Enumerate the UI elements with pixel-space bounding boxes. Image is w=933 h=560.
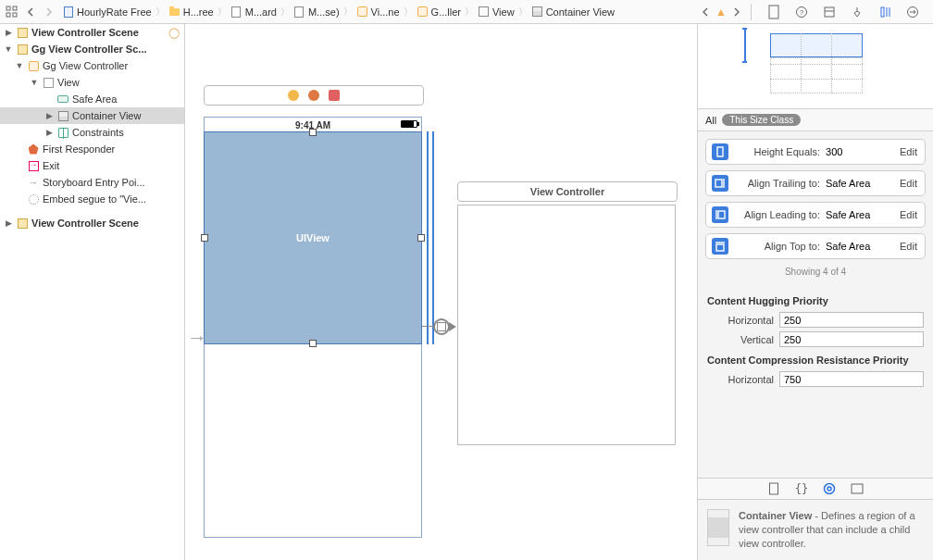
scene-row[interactable]: ▼ Gg View Controller Sc... [0, 41, 184, 57]
crumb-label: M...se) [308, 6, 340, 18]
scene-row[interactable]: ▶ View Controller Scene [0, 215, 184, 231]
inspector-tabs: ? [757, 3, 929, 21]
scene-icon [18, 28, 28, 38]
guide-leading [432, 131, 434, 344]
edit-button[interactable]: Edit [898, 241, 919, 252]
container-view[interactable]: UIView [205, 132, 421, 343]
svg-rect-14 [715, 180, 722, 187]
edit-button[interactable]: Edit [898, 146, 919, 157]
media-library-icon[interactable] [850, 481, 865, 496]
object-library-icon[interactable] [822, 481, 837, 496]
crumb-container[interactable]: Container View [529, 6, 617, 18]
breadcrumb-bar: HourlyRate Free 〉 H...ree 〉 M...ard 〉 M.… [0, 0, 933, 24]
identity-inspector-icon[interactable] [820, 3, 839, 21]
svg-rect-7 [825, 7, 834, 17]
embed-row[interactable]: Embed segue to "Vie... [0, 191, 184, 207]
compression-header: Content Compression Resistance Priority [698, 349, 933, 369]
constraint-label: Align Trailing to: [734, 178, 820, 189]
row-label: Safe Area [72, 93, 117, 105]
disclosure-triangle-icon[interactable]: ▶ [44, 111, 54, 120]
responder-row[interactable]: First Responder [0, 141, 184, 157]
crumb-scene[interactable]: Vi...ne [354, 6, 403, 18]
crumb-project[interactable]: HourlyRate Free [59, 6, 155, 18]
view-row[interactable]: ▼ View [0, 74, 184, 91]
file-inspector-icon[interactable] [765, 3, 783, 21]
tab-all[interactable]: All [705, 115, 716, 126]
safearea-icon [57, 95, 68, 103]
child-vc-frame[interactable]: View Controller [457, 205, 676, 445]
nav-fwd-icon[interactable] [41, 4, 57, 20]
row-label: Exit [43, 160, 59, 171]
container-icon [532, 6, 542, 17]
disclosure-triangle-icon[interactable]: ▶ [4, 218, 13, 228]
svg-rect-19 [716, 244, 724, 251]
size-inspector-icon[interactable] [876, 3, 894, 21]
disclosure-triangle-icon[interactable]: ▶ [44, 128, 54, 137]
responder-icon [29, 144, 39, 155]
comp-h-input[interactable] [779, 371, 924, 387]
nav-back-icon[interactable] [22, 4, 39, 20]
container-icon [58, 111, 68, 121]
disclosure-triangle-icon[interactable]: ▼ [30, 78, 39, 87]
disclosure-triangle-icon[interactable]: ▶ [4, 28, 13, 37]
battery-icon [401, 120, 417, 128]
related-items-icon[interactable] [4, 4, 20, 20]
disclosure-triangle-icon[interactable]: ▼ [4, 44, 13, 54]
safearea-row[interactable]: Safe Area [0, 91, 184, 107]
crumb-label: Container View [546, 6, 615, 18]
code-snippet-icon[interactable]: {} [794, 481, 809, 496]
help-inspector-icon[interactable]: ? [792, 3, 811, 21]
warning-icon[interactable]: ▲ [715, 6, 727, 19]
constraint-leading[interactable]: Align Leading to: Safe Area Edit [705, 202, 926, 228]
hug-v-input[interactable] [779, 331, 924, 347]
autoresize-preview[interactable] [698, 24, 933, 109]
row-label: Embed segue to "Vie... [43, 193, 146, 205]
crumb-folder[interactable]: H...ree [166, 6, 217, 18]
svg-rect-13 [717, 147, 723, 156]
exit-row[interactable]: Exit [0, 157, 184, 174]
constraint-label: Align Top to: [734, 241, 820, 252]
svg-rect-4 [769, 6, 778, 19]
edit-button[interactable]: Edit [898, 178, 919, 189]
nav-left-trail-icon[interactable] [697, 4, 714, 20]
crumb-label: HourlyRate Free [77, 6, 152, 18]
vc-row[interactable]: ▼ Gg View Controller [0, 57, 184, 74]
hug-vertical-row: Vertical [698, 330, 933, 349]
crumb-storyboard[interactable]: M...ard [228, 6, 280, 18]
storyboard-canvas[interactable]: → 9:41 AM UIView View Controller [185, 24, 697, 560]
edit-button[interactable]: Edit [898, 209, 919, 220]
constraints-row[interactable]: ▶ Constraints [0, 124, 184, 141]
entry-row[interactable]: → Storyboard Entry Poi... [0, 174, 184, 191]
scene-responder-icon[interactable] [308, 90, 319, 101]
child-title-bar[interactable]: View Controller [457, 181, 678, 202]
crumb-view[interactable]: View [475, 6, 517, 18]
add-icon[interactable]: ◯ [168, 26, 180, 39]
nav-right-trail-icon[interactable] [728, 4, 745, 20]
document-outline[interactable]: ▶ View Controller Scene ◯ ▼ Gg View Cont… [0, 24, 185, 560]
row-label: Constraints [72, 127, 124, 138]
scene-row[interactable]: ▶ View Controller Scene ◯ [0, 24, 184, 41]
device-frame[interactable]: 9:41 AM UIView [204, 117, 422, 538]
constraint-top[interactable]: Align Top to: Safe Area Edit [705, 233, 926, 259]
constraint-trailing[interactable]: Align Trailing to: Safe Area Edit [705, 170, 926, 196]
tab-sizeclass[interactable]: This Size Class [722, 114, 801, 126]
attributes-inspector-icon[interactable] [848, 3, 866, 21]
connections-inspector-icon[interactable] [903, 3, 922, 21]
file-template-icon[interactable] [766, 481, 781, 496]
object-thumb-icon [707, 509, 729, 546]
svg-point-21 [825, 484, 835, 494]
embed-segue-icon[interactable] [433, 318, 450, 335]
crumb-vc[interactable]: G...ller [414, 6, 464, 18]
child-title: View Controller [530, 186, 604, 197]
scene-title-bar[interactable] [204, 85, 424, 106]
container-row[interactable]: ▶ Container View [0, 107, 184, 124]
hug-h-input[interactable] [779, 312, 924, 328]
hug-horizontal-row: Horizontal [698, 310, 933, 330]
disclosure-triangle-icon[interactable]: ▼ [15, 61, 24, 70]
crumb-base[interactable]: M...se) [291, 6, 342, 18]
scene-obj-icon[interactable] [288, 90, 299, 101]
hugging-header: Content Hugging Priority [698, 290, 933, 310]
scene-exit-icon[interactable] [329, 90, 340, 101]
constraint-height[interactable]: Height Equals: 300 Edit [705, 139, 926, 165]
row-label: First Responder [43, 143, 115, 155]
